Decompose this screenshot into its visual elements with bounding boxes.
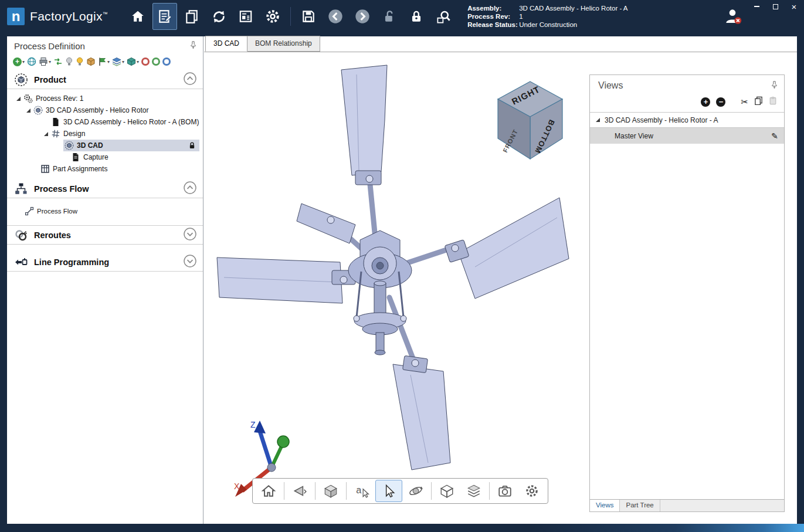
snapshot-button[interactable] (491, 480, 518, 502)
go-button[interactable] (152, 56, 160, 67)
section-reroutes[interactable]: Reroutes (7, 226, 203, 245)
transfer-icon (53, 57, 63, 66)
assembly-icon (33, 106, 43, 115)
process-rev-value: 1 (519, 12, 523, 21)
process-definition-panel: Process Definition +▾ ▾ ▾ ▾ ▾ (7, 36, 203, 524)
section-line-programming[interactable]: Line Programming (7, 253, 203, 272)
paste-view-button[interactable] (769, 96, 777, 107)
expander-icon[interactable] (596, 118, 600, 122)
activities-button[interactable]: ▾ (112, 56, 124, 67)
z-axis-label: Z (250, 420, 256, 429)
package-button[interactable] (86, 56, 96, 67)
shaded-cube-icon (323, 483, 338, 499)
section-process-flow-label: Process Flow (34, 184, 89, 194)
collapse-process-flow-button[interactable] (183, 181, 197, 197)
expander-icon[interactable] (44, 132, 48, 136)
tree-item-process-flow[interactable]: Process Flow (7, 205, 203, 217)
label-cursor-icon: a (354, 483, 369, 499)
tree-item-3d-cad[interactable]: 3D CAD (7, 140, 203, 151)
print-button[interactable]: ▾ (39, 56, 51, 67)
edit-view-icon[interactable]: ✎ (771, 131, 778, 141)
stop-button[interactable] (141, 56, 150, 67)
hold-button[interactable] (162, 56, 171, 67)
tree-item-bom[interactable]: 3D CAD Assembly - Helico Rotor - A (BOM) (7, 116, 203, 128)
cad-viewport[interactable]: RIGHT BOTTOM FRONT Z X (204, 52, 797, 524)
tree-item-part-assignments[interactable]: Part Assignments (7, 163, 203, 175)
section-layers-button[interactable] (460, 480, 487, 502)
view-orientation-button[interactable] (286, 480, 313, 502)
cad-tools-button[interactable]: ▾ (127, 56, 139, 67)
user-button[interactable] (723, 6, 743, 26)
tab-3d-cad[interactable]: 3D CAD (205, 36, 247, 52)
views-root-item[interactable]: 3D CAD Assembly - Helico Rotor - A (590, 112, 784, 128)
home-button[interactable] (125, 3, 150, 30)
orbit-button[interactable] (402, 480, 429, 502)
gears-icon (23, 94, 33, 103)
tab-part-tree[interactable]: Part Tree (620, 500, 660, 511)
milestone-button[interactable]: ▾ (98, 56, 110, 67)
chevron-up-circle-icon (183, 181, 197, 195)
forward-button[interactable] (350, 3, 375, 30)
unlock-button[interactable] (377, 3, 402, 30)
audit-search-button[interactable] (431, 3, 456, 30)
sync-button[interactable] (206, 3, 231, 30)
minimize-button[interactable] (752, 3, 761, 10)
add-view-button[interactable]: + (701, 97, 710, 107)
tab-bom-relationship[interactable]: BOM Relationship (247, 36, 320, 52)
views-panel: Views + − ✂ (589, 74, 785, 512)
tree-item-capture[interactable]: Capture (7, 151, 203, 163)
add-step-button[interactable]: +▾ (13, 56, 25, 67)
process-definition-button[interactable] (152, 3, 177, 30)
sync-icon (211, 9, 227, 25)
section-product[interactable]: Product (7, 70, 203, 89)
views-toolbar: + − ✂ (590, 96, 784, 112)
chevron-down-circle-icon (183, 254, 197, 268)
wireframe-box-button[interactable] (433, 480, 460, 502)
settings-button[interactable] (260, 3, 285, 30)
tab-views[interactable]: Views (590, 500, 620, 511)
view-home-button[interactable] (255, 480, 282, 502)
expand-reroutes-button[interactable] (183, 227, 197, 243)
cut-view-icon[interactable]: ✂ (741, 97, 748, 107)
copy-view-button[interactable] (754, 96, 763, 107)
collapse-product-button[interactable] (183, 72, 197, 88)
copy-icon (754, 96, 763, 105)
reports-button[interactable] (233, 3, 258, 30)
web-button[interactable] (27, 56, 36, 67)
process-toolbar: +▾ ▾ ▾ ▾ ▾ (7, 55, 203, 70)
idea-off-button[interactable] (65, 56, 73, 67)
master-view-label: Master View (615, 132, 653, 140)
close-button[interactable]: × (790, 3, 798, 10)
transfer-button[interactable] (53, 56, 63, 67)
tree-item-process-rev[interactable]: Process Rev: 1 (7, 93, 203, 104)
save-button[interactable] (296, 3, 321, 30)
lock-button[interactable] (404, 3, 429, 30)
idea-on-button[interactable] (76, 56, 84, 67)
worksheet-edit-icon (157, 9, 172, 24)
orientation-cube[interactable]: RIGHT BOTTOM FRONT (489, 77, 571, 165)
select-tool-button[interactable] (375, 480, 402, 502)
stop-icon (141, 57, 150, 66)
tree-item-design[interactable]: Design (7, 128, 203, 140)
section-process-flow[interactable]: Process Flow (7, 179, 203, 198)
expander-icon[interactable] (26, 109, 30, 113)
capture-document-icon (71, 153, 80, 162)
master-view-item[interactable]: Master View ✎ (590, 128, 784, 144)
section-reroutes-label: Reroutes (34, 231, 71, 240)
section-line-programming-label: Line Programming (34, 257, 109, 267)
back-icon (327, 8, 344, 25)
expand-line-programming-button[interactable] (183, 254, 197, 270)
maximize-button[interactable] (771, 3, 779, 10)
tree-item-assembly[interactable]: 3D CAD Assembly - Helico Rotor (7, 104, 203, 116)
tree-item-label: Part Assignments (53, 165, 107, 173)
views-pin-button[interactable] (771, 80, 778, 91)
back-button[interactable] (323, 3, 348, 30)
pin-button[interactable] (189, 40, 197, 51)
viewport-settings-button[interactable] (518, 480, 545, 502)
expander-icon[interactable] (16, 97, 21, 101)
documents-button[interactable] (179, 3, 204, 30)
process-flow-list: Process Flow (7, 202, 203, 222)
shaded-view-button[interactable] (317, 480, 344, 502)
annotation-button[interactable]: a (348, 480, 375, 502)
remove-view-button[interactable]: − (716, 97, 725, 107)
